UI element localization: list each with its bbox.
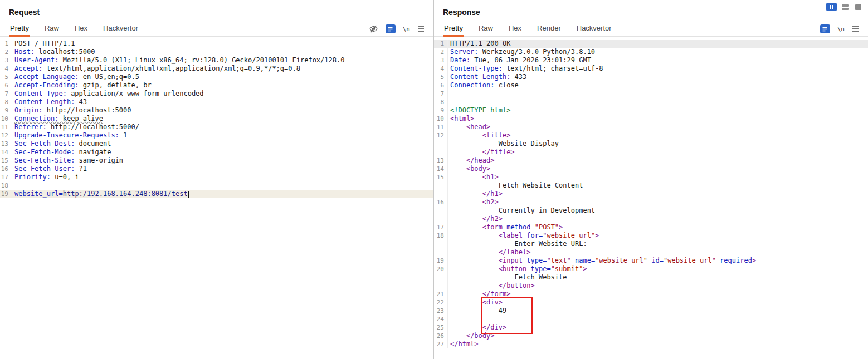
code-line: 26 </body> [434, 332, 868, 340]
code-text: Connection: close [448, 81, 868, 90]
line-number: 17 [434, 223, 448, 232]
line-number: 17 [0, 173, 12, 181]
code-text: Content-Length: 433 [448, 73, 868, 81]
code-text: Enter Website URL: [448, 240, 868, 248]
line-number: 23 [434, 307, 448, 315]
code-text: </body> [448, 332, 868, 340]
code-line: 21 </form> [434, 290, 868, 298]
code-text: website_url=http:/192.168.164.248:8081/t… [12, 190, 433, 198]
tab-hackvertor[interactable]: Hackvertor [576, 21, 612, 37]
code-text: </html> [448, 340, 868, 348]
pause-button[interactable] [826, 3, 837, 11]
line-number: 12 [434, 131, 448, 140]
line-number: 4 [434, 65, 448, 73]
line-number: 15 [0, 156, 12, 165]
code-text: <head> [448, 123, 868, 131]
line-number: 16 [434, 198, 448, 206]
response-editor[interactable]: 1HTTP/1.1 200 OK2Server: Werkzeug/3.0.0 … [434, 37, 868, 348]
line-number: 10 [0, 115, 12, 123]
wrap-lines-button[interactable] [820, 24, 830, 33]
line-number: 14 [434, 165, 448, 173]
editor-menu-icon[interactable] [417, 26, 425, 32]
tab-render[interactable]: Render [537, 21, 562, 37]
code-text: Origin: http://localhost:5000 [12, 106, 433, 115]
code-text: POST / HTTP/1.1 [12, 40, 433, 48]
response-panel: Response PrettyRawHexRenderHackvertor \n… [434, 0, 868, 359]
code-text: Host: localhost:5000 [12, 48, 433, 56]
code-text [12, 181, 433, 190]
request-panel-title: Request [9, 8, 425, 17]
code-text: <input type="text" name="website_url" id… [448, 257, 868, 265]
code-text: </button> [448, 282, 868, 290]
line-number: 9 [434, 106, 448, 115]
tab-pretty[interactable]: Pretty [443, 21, 464, 37]
newline-characters-toggle[interactable]: \n [403, 26, 410, 33]
code-line: 6Accept-Encoding: gzip, deflate, br [0, 81, 433, 90]
line-number: 15 [434, 173, 448, 181]
tab-hex[interactable]: Hex [74, 21, 88, 37]
code-text: </title> [448, 148, 868, 156]
line-number: 5 [0, 73, 12, 81]
line-number: 7 [0, 90, 12, 98]
code-line: 24 [434, 315, 868, 323]
code-text: <html> [448, 115, 868, 123]
code-text: <body> [448, 165, 868, 173]
line-number: 26 [434, 332, 448, 340]
tab-pretty[interactable]: Pretty [9, 21, 30, 37]
code-text: User-Agent: Mozilla/5.0 (X11; Linux x86_… [12, 56, 433, 65]
tab-hex[interactable]: Hex [508, 21, 522, 37]
code-line: Fetch Website Content [434, 181, 868, 190]
layout-square-button[interactable] [853, 3, 864, 11]
line-number [434, 140, 448, 148]
request-panel: Request PrettyRawHexHackvertor \n [0, 0, 433, 359]
code-line: 9Origin: http://localhost:5000 [0, 106, 433, 115]
code-text: Accept-Encoding: gzip, deflate, br [12, 81, 433, 90]
line-number [434, 248, 448, 257]
response-tabbar: PrettyRawHexRenderHackvertor \n [434, 22, 868, 37]
code-line: 12Upgrade-Insecure-Requests: 1 [0, 131, 433, 140]
code-text: Server: Werkzeug/3.0.0 Python/3.8.10 [448, 48, 868, 56]
code-line: Fetch Website [434, 273, 868, 282]
response-tabs: PrettyRawHexRenderHackvertor [436, 22, 620, 36]
eye-slash-icon[interactable] [369, 24, 378, 33]
code-line: 12 <title> [434, 131, 868, 140]
code-text: <title> [448, 131, 868, 140]
wrap-lines-button[interactable] [386, 24, 396, 33]
layout-rows-button[interactable] [840, 3, 850, 11]
code-text: Sec-Fetch-Dest: document [12, 140, 433, 148]
text-cursor [188, 191, 189, 198]
code-line: 9<!DOCTYPE html> [434, 106, 868, 115]
editor-menu-icon[interactable] [852, 26, 859, 32]
code-line: 20 <button type="submit"> [434, 265, 868, 273]
line-number [434, 282, 448, 290]
request-tabs: PrettyRawHexHackvertor [2, 22, 146, 36]
code-line: 17Priority: u=0, i [0, 173, 433, 181]
tab-raw[interactable]: Raw [44, 21, 60, 37]
code-text: Priority: u=0, i [12, 173, 433, 181]
code-text: <button type="submit"> [448, 265, 868, 273]
code-line: 11 <head> [434, 123, 868, 131]
tab-raw[interactable]: Raw [478, 21, 494, 37]
code-text: Website Display [448, 140, 868, 148]
code-text: <div> [448, 298, 868, 307]
line-number: 3 [0, 56, 12, 65]
code-line: 18 <label for="website_url"> [434, 232, 868, 240]
line-number [434, 215, 448, 223]
line-number: 6 [434, 81, 448, 90]
code-line: 10Connection: keep-alive [0, 115, 433, 123]
request-editor[interactable]: 1POST / HTTP/1.12Host: localhost:50003Us… [0, 37, 433, 198]
code-line: 15 <h1> [434, 173, 868, 181]
line-number [434, 240, 448, 248]
line-number: 6 [0, 81, 12, 90]
wrap-lines-icon [387, 26, 393, 32]
line-number: 19 [434, 257, 448, 265]
repeater-view: Request PrettyRawHexHackvertor \n [0, 0, 868, 359]
code-line: 16Sec-Fetch-User: ?1 [0, 165, 433, 173]
layout-rows-icon [842, 4, 849, 7]
newline-characters-toggle[interactable]: \n [837, 26, 845, 33]
line-number [434, 206, 448, 215]
line-number [434, 148, 448, 156]
tab-hackvertor[interactable]: Hackvertor [103, 21, 139, 37]
code-text: </form> [448, 290, 868, 298]
line-number: 2 [434, 48, 448, 56]
